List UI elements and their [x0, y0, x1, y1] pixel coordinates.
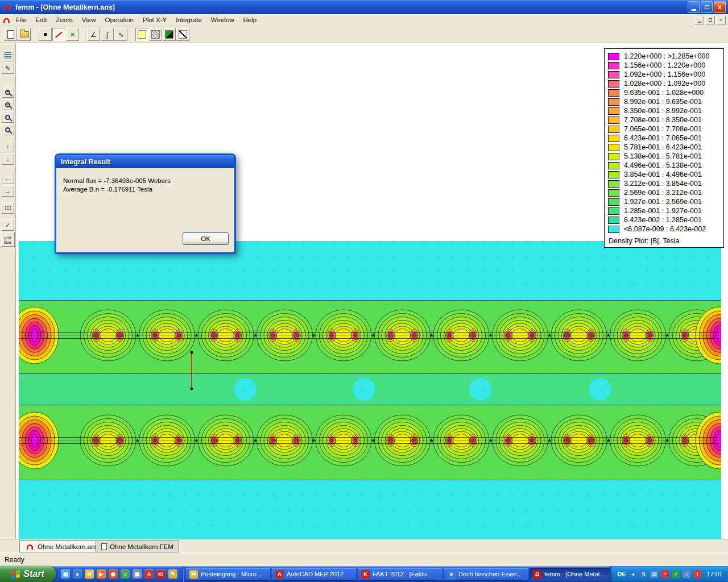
zoom-in-button[interactable]: + [2, 86, 14, 98]
menu-file[interactable]: File [11, 15, 31, 24]
minimize-button[interactable] [688, 1, 700, 13]
quicklaunch-media-player-icon[interactable]: ▶ [97, 569, 106, 579]
waveform-icon: ∿ [118, 31, 123, 39]
zoom-out-button[interactable]: − [2, 99, 14, 110]
legend-row: 8.992e-001 : 9.635e-001 [608, 97, 721, 106]
child-close-button[interactable]: × [716, 16, 726, 24]
density-plot-canvas[interactable] [19, 241, 721, 539]
pan-left-button[interactable]: ← [2, 173, 14, 184]
legend-swatch [608, 98, 619, 106]
pencil-icon: ✎ [5, 65, 10, 72]
child-minimize-button[interactable] [694, 16, 704, 24]
new-file-icon [7, 30, 14, 39]
line-integral-button[interactable]: ∫ [101, 28, 114, 41]
close-button[interactable]: × [714, 1, 726, 13]
up-arrow-icon: ↑ [6, 143, 10, 151]
dialog-title-bar[interactable]: Integral Result [56, 155, 234, 168]
security-tray-icon[interactable]: ✓ [672, 570, 680, 578]
pan-down-button[interactable]: ↓ [2, 153, 14, 165]
side-toolbar: ✎ + − □ ◦ ↑ ↓ ← → ✓ grid size [0, 43, 16, 539]
new-file-button[interactable] [4, 28, 17, 41]
block-mode-button[interactable]: × [66, 28, 79, 41]
task-fakt-button[interactable]: K FAKT 2012 - [Faktu... [358, 568, 442, 580]
child-restore-button[interactable] [705, 16, 715, 24]
hide-icons-chevron[interactable]: ◂ [628, 570, 636, 578]
task-outlook-button[interactable]: ✉ Posteingang - Micro... [186, 568, 270, 580]
toolbar-separator [35, 29, 35, 40]
display-tray-icon[interactable]: ▤ [650, 570, 658, 578]
menu-window[interactable]: Window [206, 15, 239, 24]
legend-swatch [608, 226, 619, 233]
task-femm-button[interactable]: Ω femm - [Ohne Metal... [530, 568, 610, 580]
xy-plot-button[interactable] [176, 28, 189, 41]
legend-swatch [608, 71, 619, 78]
menu-help[interactable]: Help [239, 15, 262, 24]
legend-swatch [608, 107, 619, 115]
quicklaunch-messenger-icon[interactable]: ☺ [121, 569, 130, 579]
task-ie-button[interactable]: e Doch bisschen Eisen... [444, 568, 528, 580]
legend-row: 1.028e+000 : 1.092e+000 [608, 79, 721, 88]
network-tray-icon[interactable]: ⇅ [639, 570, 647, 578]
zoom-window-button[interactable]: □ [2, 111, 14, 123]
angle-button[interactable]: ∠ [87, 28, 100, 41]
task-button-area: ✉ Posteingang - Micro... A AutoCAD MEP 2… [183, 566, 610, 582]
legend-swatch [608, 180, 619, 188]
legend-row: 1.285e-001 : 1.927e-001 [608, 206, 721, 215]
edit-values-button[interactable]: ✎ [2, 63, 14, 74]
show-grid-button[interactable] [2, 202, 14, 214]
quicklaunch-firefox-icon[interactable]: ◉ [109, 569, 118, 579]
menu-edit[interactable]: Edit [31, 15, 52, 24]
status-bar: Ready [0, 552, 728, 566]
legend-swatch [608, 89, 619, 97]
start-button[interactable]: Start [0, 566, 56, 582]
flux-lines-plot-button[interactable] [135, 28, 148, 41]
legend-swatch [608, 198, 619, 206]
task-autocad-button[interactable]: A AutoCAD MEP 2012 [272, 568, 356, 580]
menu-plot-xy[interactable]: Plot X-Y [138, 15, 171, 24]
mesh-info-button[interactable] [2, 50, 14, 61]
menu-view[interactable]: View [77, 15, 101, 24]
ok-button[interactable]: OK [183, 232, 229, 245]
point-values-button[interactable] [39, 28, 52, 41]
mdi-child-controls: × [694, 16, 728, 24]
legend-row: 9.635e-001 : 1.028e+000 [608, 88, 721, 97]
legend-row: <6.087e-009 : 6.423e-002 [608, 225, 721, 234]
document-system-icon[interactable] [3, 18, 10, 23]
quicklaunch-ie-icon[interactable]: e [73, 569, 82, 579]
quicklaunch-fakt-icon[interactable]: K! [156, 569, 166, 579]
density-plot-button[interactable] [149, 28, 162, 41]
vector-plot-button[interactable] [163, 28, 176, 41]
open-file-button[interactable] [18, 28, 31, 41]
open-folder-icon [20, 31, 29, 38]
quicklaunch-outlook-icon[interactable]: ✉ [85, 569, 94, 579]
flux-lines-icon [138, 30, 146, 39]
line-plot-button[interactable]: ∿ [114, 28, 127, 41]
pan-up-button[interactable]: ↑ [2, 141, 14, 152]
pan-right-button[interactable]: → [2, 185, 14, 197]
language-indicator[interactable]: DE [617, 571, 626, 577]
tab-fem-file[interactable]: Ohne Metallkern.FEM [96, 541, 179, 552]
contour-mode-button[interactable] [52, 28, 65, 41]
alert-tray-icon[interactable]: ! [693, 570, 701, 578]
quickla​unch-show-desktop-icon[interactable]: ▤ [61, 569, 70, 579]
legend-row: 4.496e-001 : 5.138e-001 [608, 161, 721, 170]
quicklaunch-acrobat-icon[interactable]: A [144, 569, 154, 579]
legend-swatch [608, 80, 619, 88]
grid-size-button[interactable]: grid size [1, 232, 15, 247]
antivirus-tray-icon[interactable]: + [661, 570, 669, 578]
volume-tray-icon[interactable]: ♪ [682, 570, 690, 578]
quicklaunch-notes-icon[interactable]: ✎ [168, 569, 177, 579]
restore-icon [705, 5, 709, 9]
title-bar: femm - [Ohne Metallkern.ans] × [0, 0, 728, 14]
dialog-body: Normal flux = -7.36493e-005 Webers Avera… [56, 168, 234, 252]
menu-operation[interactable]: Operation [100, 15, 138, 24]
legend-row: 3.212e-001 : 3.854e-001 [608, 179, 721, 188]
internet-explorer-icon: e [447, 570, 456, 579]
tab-ans-file[interactable]: Ohne Metallkern.ans [19, 541, 104, 552]
snap-grid-button[interactable]: ✓ [2, 219, 14, 231]
zoom-extents-button[interactable]: ◦ [2, 124, 14, 135]
quicklaunch-explorer-icon[interactable]: ▤ [133, 569, 142, 579]
menu-integrate[interactable]: Integrate [171, 15, 206, 24]
menu-zoom[interactable]: Zoom [51, 15, 77, 24]
restore-button[interactable] [701, 1, 713, 13]
